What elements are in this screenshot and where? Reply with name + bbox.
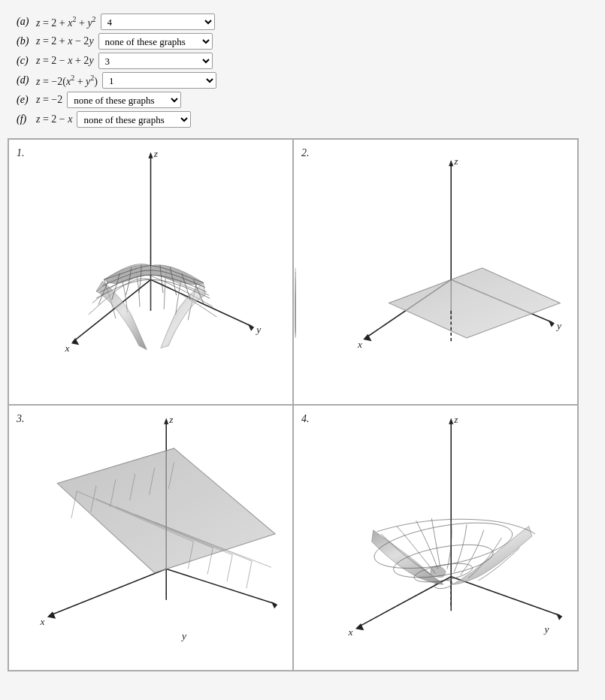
eq-formula-e: z = −2 — [36, 94, 62, 106]
graph-1-svg: z x y — [9, 140, 292, 404]
svg-text:y: y — [180, 630, 186, 641]
svg-marker-39 — [271, 602, 277, 608]
svg-text:z: z — [153, 148, 159, 159]
eq-select-b[interactable]: 1234none of these graphs — [98, 33, 213, 50]
graph-3-svg: z x y — [9, 406, 292, 670]
svg-marker-33 — [164, 418, 168, 424]
svg-marker-4 — [71, 338, 79, 345]
equation-row-d: (d)z = −2(x2 + y2)1234none of these grap… — [17, 72, 588, 89]
equation-row-c: (c)z = 2 − x + 2y1234none of these graph… — [17, 53, 588, 69]
svg-text:z: z — [168, 414, 174, 425]
eq-select-d[interactable]: 1234none of these graphs — [102, 72, 216, 89]
svg-text:y: y — [555, 320, 561, 331]
graph-4-svg: z x y — [294, 406, 577, 670]
eq-label-c: (c) — [17, 55, 32, 67]
graph-number-3: 3. — [17, 413, 25, 425]
svg-marker-10 — [449, 160, 453, 166]
svg-marker-16 — [549, 320, 555, 327]
svg-marker-7 — [248, 324, 254, 330]
svg-line-59 — [358, 577, 451, 627]
svg-text:x: x — [39, 616, 44, 627]
graph-cell-2: 2. z x y — [293, 139, 578, 405]
graph-number-2: 2. — [301, 147, 310, 159]
svg-text:y: y — [543, 623, 549, 635]
eq-select-c[interactable]: 1234none of these graphs — [98, 53, 213, 69]
eq-label-a: (a) — [17, 16, 32, 28]
equation-row-f: (f)z = 2 − x1234none of these graphs — [17, 111, 588, 128]
eq-select-e[interactable]: 1234none of these graphs — [67, 92, 181, 108]
svg-marker-57 — [449, 418, 453, 424]
graph-cell-3: 3. z x y — [8, 405, 293, 671]
graph-number-4: 4. — [301, 413, 310, 425]
eq-formula-f: z = 2 − x — [36, 113, 72, 125]
eq-label-d: (d) — [17, 74, 32, 86]
svg-text:x: x — [357, 339, 362, 350]
svg-line-35 — [50, 569, 166, 615]
svg-text:z: z — [453, 155, 458, 167]
equation-row-e: (e)z = −21234none of these graphs — [17, 92, 588, 108]
svg-line-62 — [451, 577, 560, 616]
eq-select-a[interactable]: 1234none of these graphs — [101, 14, 215, 30]
eq-formula-d: z = −2(x2 + y2) — [36, 74, 98, 88]
equation-row-b: (b)z = 2 + x − 2y1234none of these graph… — [17, 33, 588, 50]
eq-formula-c: z = 2 − x + 2y — [36, 55, 94, 67]
svg-text:x: x — [348, 626, 353, 638]
svg-marker-63 — [556, 613, 562, 620]
eq-label-f: (f) — [17, 113, 32, 125]
graph-number-1: 1. — [17, 147, 25, 159]
graph-cell-1: 1. z x y — [8, 139, 293, 405]
svg-line-38 — [166, 569, 275, 604]
svg-line-54 — [227, 555, 232, 581]
equations-section: (a)z = 2 + x2 + y21234none of these grap… — [8, 8, 597, 138]
svg-text:z: z — [453, 414, 458, 425]
graphs-grid: 1. z x y — [8, 138, 579, 671]
equation-row-a: (a)z = 2 + x2 + y21234none of these grap… — [17, 14, 588, 30]
svg-text:y: y — [255, 324, 261, 335]
eq-label-e: (e) — [17, 94, 32, 106]
eq-formula-a: z = 2 + x2 + y2 — [36, 15, 96, 29]
eq-select-f[interactable]: 1234none of these graphs — [77, 111, 191, 128]
graph-cell-4: 4. z x y — [293, 405, 578, 671]
svg-text:x: x — [65, 342, 70, 354]
graph-2-svg: z x y — [294, 140, 577, 404]
eq-formula-b: z = 2 + x − 2y — [36, 35, 94, 47]
svg-line-55 — [247, 561, 252, 588]
svg-marker-1 — [148, 152, 153, 158]
svg-marker-36 — [47, 611, 56, 618]
eq-label-b: (b) — [17, 35, 32, 47]
